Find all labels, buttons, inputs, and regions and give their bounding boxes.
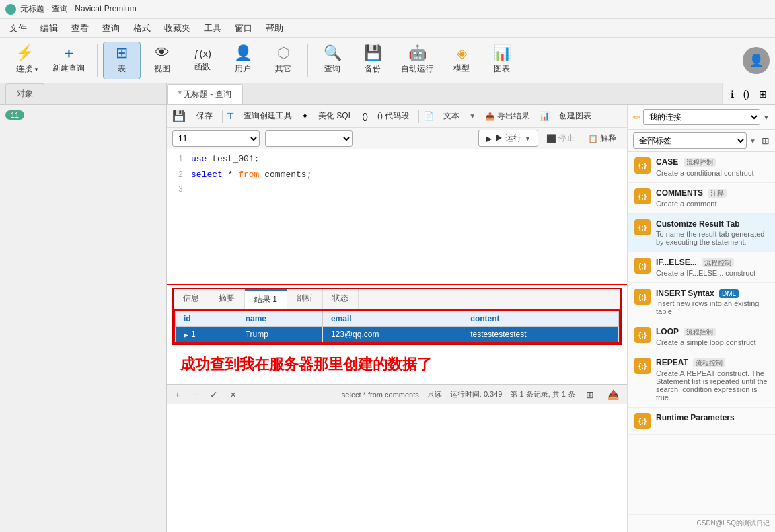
save-button[interactable]: 保存 [191, 108, 218, 124]
menu-favorites[interactable]: 收藏夹 [157, 20, 197, 37]
tab-info[interactable]: 信息 [174, 289, 209, 309]
toolbar-backup[interactable]: 💾 备份 [354, 42, 392, 79]
export-results-icon[interactable]: 📤 [605, 388, 622, 402]
app-icon [5, 4, 16, 15]
tab-result1[interactable]: 结果 1 [245, 289, 287, 309]
comments-subtitle: Create a comment [656, 200, 768, 208]
tab-profile[interactable]: 剖析 [287, 289, 323, 309]
beautify-button[interactable]: 美化 SQL [313, 108, 358, 124]
tab-summary[interactable]: 摘要 [209, 289, 245, 309]
rp-item-ifelse[interactable]: {;} IF...ELSE... 流程控制 Create a IF...ELSE… [628, 252, 775, 283]
explain-button[interactable]: 📋 解释 [583, 130, 622, 146]
rp-item-runtime[interactable]: {;} Runtime Parameters [628, 408, 775, 435]
repeat-title-row: REPEAT 流程控制 [656, 358, 768, 368]
comments-title-row: COMMENTS 注释 [656, 188, 768, 198]
save-icon: 💾 [172, 110, 186, 122]
results-area: 信息 摘要 结果 1 剖析 状态 id name email content [167, 284, 627, 345]
code-editor[interactable]: 1 use test_001; 2 select * from comments… [167, 149, 627, 284]
repeat-icon: {;} [634, 358, 651, 374]
toolbar-view[interactable]: 👁 视图 [143, 42, 181, 79]
info-icon[interactable]: ℹ [728, 87, 737, 101]
rp-item-repeat[interactable]: {;} REPEAT 流程控制 Create A REPEAT construc… [628, 352, 775, 408]
toolbar-chart[interactable]: 📊 图表 [483, 42, 521, 79]
right-panel: ✏ 我的连接 ▼ 全部标签 ▼ ⊞ {;} CASE 流程控制 Create a… [627, 105, 775, 532]
rp-item-insert[interactable]: {;} INSERT Syntax DML Insert new rows in… [628, 283, 775, 321]
rp-item-loop[interactable]: {;} LOOP 流程控制 Create a simple loop const… [628, 321, 775, 352]
toolbar-table[interactable]: ⊞ 表 [103, 42, 141, 79]
function-icon: ƒ(x) [194, 48, 211, 59]
menu-edit[interactable]: 编辑 [34, 20, 65, 37]
code-line-2: 2 select * from comments; [167, 167, 627, 183]
ifelse-title-row: IF...ELSE... 流程控制 [656, 258, 768, 268]
rp-item-case[interactable]: {;} CASE 流程控制 Create a conditional const… [628, 152, 775, 183]
col-content: content [462, 311, 619, 327]
toolbar-new-query[interactable]: ＋ 新建查询 [46, 42, 91, 79]
rp-item-customize[interactable]: {;} Customize Result Tab To name the res… [628, 214, 775, 252]
grid-icon[interactable]: ⊞ [756, 87, 770, 101]
comments-badge: 注释 [708, 189, 727, 198]
customize-subtitle: To name the result tab generated by exec… [656, 230, 768, 246]
toolbar-query[interactable]: 🔍 查询 [313, 42, 351, 79]
grid-view-icon[interactable]: ⊞ [583, 388, 597, 402]
add-row-button[interactable]: + [172, 388, 183, 402]
row-count-label: 第 1 条记录, 共 1 条 [510, 389, 575, 400]
toolbar-query-label: 查询 [324, 63, 340, 75]
run-button[interactable]: ▶ ▶ 运行 ▼ [478, 130, 538, 147]
toolbar-model[interactable]: ◈ 模型 [443, 42, 480, 79]
tab-query[interactable]: * 无标题 - 查询 [167, 84, 243, 104]
toolbar-connect[interactable]: ⚡ 连接 ▼ [5, 42, 43, 79]
tab-status[interactable]: 状态 [323, 289, 359, 309]
toolbar-user[interactable]: 👤 用户 [224, 42, 262, 79]
query-icon: 🔍 [324, 46, 342, 61]
insert-title-row: INSERT Syntax DML [656, 289, 768, 298]
cell-email: 123@qq.com [322, 327, 462, 342]
runtime-title-row: Runtime Parameters [656, 413, 768, 422]
toolbar-auto-run[interactable]: 🤖 自动运行 [394, 42, 440, 79]
export-button[interactable]: 📤 导出结果 [480, 108, 535, 124]
right-panel-extra-icon[interactable]: ⊞ [762, 135, 770, 146]
menu-window[interactable]: 窗口 [228, 20, 259, 37]
run-icon: ▶ [486, 134, 492, 143]
insert-title: INSERT Syntax [656, 289, 714, 298]
create-chart-button[interactable]: 创建图表 [554, 108, 597, 124]
results-tabs: 信息 摘要 结果 1 剖析 状态 [174, 289, 620, 309]
qtb-divider-2 [418, 110, 419, 123]
table-row[interactable]: ▶1 Trump 123@qq.com testestestestest [176, 327, 619, 342]
code-icon[interactable]: () [741, 87, 752, 101]
model-icon: ◈ [457, 46, 467, 60]
connection-select[interactable]: 我的连接 [643, 109, 760, 125]
menu-format[interactable]: 格式 [126, 20, 157, 37]
tab-object[interactable]: 对象 [5, 83, 44, 104]
run-dropdown-icon[interactable]: ▼ [525, 135, 531, 142]
menu-tools[interactable]: 工具 [197, 20, 228, 37]
case-badge: 流程控制 [684, 158, 716, 167]
connection-dropdown-icon[interactable]: ▼ [763, 114, 770, 121]
repeat-subtitle: Create A REPEAT construct. The Statement… [656, 369, 768, 402]
tag-select[interactable]: 全部标签 [633, 132, 747, 149]
toolbar-function[interactable]: ƒ(x) 函数 [184, 42, 221, 79]
main-toolbar: ⚡ 连接 ▼ ＋ 新建查询 ⊞ 表 👁 视图 ƒ(x) 函数 👤 用户 ⬡ 其它… [0, 38, 775, 83]
delete-row-button[interactable]: − [190, 388, 200, 402]
cancel-row-button[interactable]: × [227, 388, 238, 402]
snippet-icon: () [362, 111, 368, 121]
toolbar-divider-1 [97, 44, 98, 77]
view-icon: 👁 [155, 46, 170, 61]
menu-help[interactable]: 帮助 [259, 20, 290, 37]
build-tool-button[interactable]: 查询创建工具 [238, 108, 297, 124]
toolbar-chart-label: 图表 [494, 63, 510, 75]
tag-dropdown-icon[interactable]: ▼ [749, 137, 756, 145]
run-time-label: 运行时间: 0.349 [450, 389, 503, 400]
menu-file[interactable]: 文件 [3, 20, 34, 37]
table-dropdown[interactable] [265, 130, 353, 147]
snippet-button[interactable]: () 代码段 [372, 108, 414, 124]
confirm-button[interactable]: ✓ [207, 388, 221, 402]
db-dropdown[interactable]: 11 [172, 130, 260, 147]
line-num-3: 3 [167, 184, 191, 196]
explain-icon: 📋 [588, 134, 598, 143]
text-dropdown-icon[interactable]: ▼ [469, 112, 476, 120]
text-button[interactable]: 文本 [438, 108, 465, 124]
toolbar-other[interactable]: ⬡ 其它 [264, 42, 302, 79]
menu-view[interactable]: 查看 [65, 20, 96, 37]
rp-item-comments[interactable]: {;} COMMENTS 注释 Create a comment [628, 183, 775, 214]
menu-query[interactable]: 查询 [96, 20, 126, 37]
